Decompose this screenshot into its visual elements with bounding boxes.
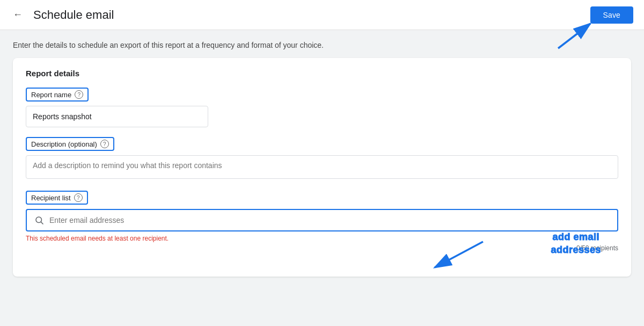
search-icon <box>34 215 44 225</box>
header: ← Schedule email Save <box>0 0 644 30</box>
description-label: Description (optional) <box>31 140 97 148</box>
back-button[interactable]: ← <box>11 7 25 23</box>
subtitle-text: Enter the details to schedule an export … <box>0 30 644 58</box>
error-message: This scheduled email needs at least one … <box>26 235 618 242</box>
report-name-input[interactable] <box>26 106 208 127</box>
recipient-list-label-wrapper: Recipient list ? <box>26 191 88 205</box>
card-title: Report details <box>26 69 618 78</box>
recipient-email-input[interactable] <box>49 216 610 224</box>
header-left: ← Schedule email <box>11 7 114 23</box>
recipient-list-label: Recipient list <box>31 194 71 202</box>
page-title: Schedule email <box>33 8 114 22</box>
recipient-list-field-group: Recipient list ? This scheduled email ne… <box>26 191 618 252</box>
save-button[interactable]: Save <box>590 6 633 24</box>
svg-point-0 <box>36 217 42 223</box>
back-arrow-icon: ← <box>13 9 23 20</box>
recipient-list-help-icon[interactable]: ? <box>74 193 83 202</box>
description-input[interactable] <box>26 155 618 179</box>
description-field-group: Description (optional) ? <box>26 137 618 181</box>
report-name-field-group: Report name ? <box>26 88 618 127</box>
recipient-search-box <box>26 209 618 231</box>
report-name-help-icon[interactable]: ? <box>75 90 83 99</box>
description-label-wrapper: Description (optional) ? <box>26 137 114 151</box>
report-name-label-wrapper: Report name ? <box>26 88 89 102</box>
report-name-label: Report name <box>31 91 71 99</box>
svg-line-1 <box>41 222 43 224</box>
recipients-count: 0/50 recipients <box>26 244 618 252</box>
report-details-card: Report details Report name ? Description… <box>13 58 631 277</box>
description-help-icon[interactable]: ? <box>100 140 109 148</box>
